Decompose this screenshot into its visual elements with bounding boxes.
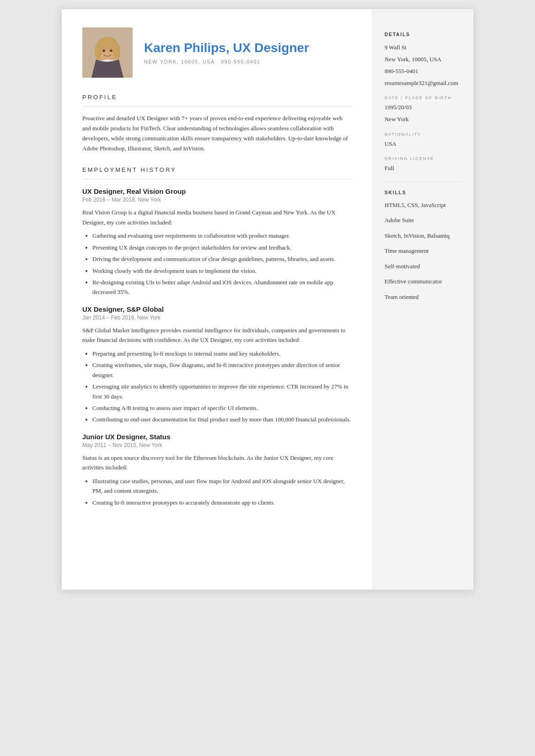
- job-3: Junior UX Designer, Status May 2011 – No…: [82, 433, 352, 507]
- skills-title: SKILLS: [385, 190, 462, 195]
- resume-page: Karen Philips, UX Designer NEW YORK, 100…: [62, 9, 473, 590]
- sidebar-dob-city: New York: [385, 114, 462, 124]
- job-2-bullet-1: Preparing and presenting lo-fi mockups t…: [92, 349, 352, 358]
- job-2-bullet-4: Conducting A/B testing to assess user im…: [92, 403, 352, 413]
- job-1-bullet-4: Working closely with the development tea…: [92, 266, 352, 276]
- details-title: DETAILS: [385, 32, 462, 37]
- job-1-bullet-3: Driving the development and communicatio…: [92, 254, 352, 264]
- sidebar-address: 9 Wall St: [385, 43, 462, 53]
- job-1-bullet-5: Re-designing existing UIs to better adap…: [92, 277, 352, 297]
- employment-section-title: EMPLOYMENT HISTORY: [82, 166, 352, 173]
- sidebar-nationality: USA: [385, 139, 462, 149]
- job-3-bullets: Illustrating case studies, personas, and…: [82, 476, 352, 507]
- sidebar-license: Full: [385, 163, 462, 173]
- skill-4: Time management: [385, 246, 462, 256]
- job-1-title: UX Designer, Real Vision Group: [82, 187, 352, 195]
- job-2-dates: Jan 2014 – Feb 2016, New York: [82, 314, 352, 321]
- sidebar-city: New York, 10005, USA: [385, 54, 462, 64]
- skill-1: HTML5, CSS, JavaScript: [385, 201, 462, 210]
- job-1-bullets: Gathering and evaluating user requiremen…: [82, 231, 352, 297]
- dob-label: DATE / PLACE OF BIRTH: [385, 96, 462, 100]
- job-2-bullet-3: Leveraging site analytics to identify op…: [92, 382, 352, 401]
- svg-point-8: [110, 50, 112, 52]
- job-1: UX Designer, Real Vision Group Feb 2016 …: [82, 187, 352, 297]
- main-content: Karen Philips, UX Designer NEW YORK, 100…: [62, 9, 373, 590]
- job-2-title: UX Designer, S&P Global: [82, 305, 352, 313]
- job-3-title: Junior UX Designer, Status: [82, 433, 352, 441]
- candidate-location-phone: NEW YORK, 10005, USA · 890-555-0401: [144, 59, 352, 64]
- job-2-bullet-2: Creating wireframes, site maps, flow dia…: [92, 360, 352, 380]
- svg-point-6: [113, 43, 120, 59]
- job-1-dates: Feb 2016 – Mar 2018, New York: [82, 197, 352, 203]
- skill-6: Effective communicator: [385, 277, 462, 286]
- skill-5: Self-motivated: [385, 262, 462, 271]
- job-2: UX Designer, S&P Global Jan 2014 – Feb 2…: [82, 305, 352, 425]
- job-2-description: S&P Global Market Intelligence provides …: [82, 325, 352, 345]
- profile-photo: [82, 27, 133, 78]
- sidebar: DETAILS 9 Wall St New York, 10005, USA 8…: [373, 9, 473, 590]
- sidebar-dob: 1995/20/03: [385, 102, 462, 112]
- skill-2: Adobe Suite: [385, 216, 462, 225]
- sidebar-email: resumesample321@gmail.com: [385, 78, 462, 88]
- profile-section-title: PROFILE: [82, 94, 352, 101]
- job-2-bullets: Preparing and presenting lo-fi mockups t…: [82, 349, 352, 425]
- job-3-bullet-1: Illustrating case studies, personas, and…: [92, 476, 352, 496]
- job-2-bullet-5: Contributing to end-user documentation f…: [92, 415, 352, 424]
- header-info: Karen Philips, UX Designer NEW YORK, 100…: [144, 41, 352, 64]
- profile-divider: [82, 106, 352, 106]
- job-3-description: Status is an open source discovery tool …: [82, 453, 352, 473]
- candidate-name: Karen Philips, UX Designer: [144, 41, 352, 55]
- employment-divider: [82, 179, 352, 179]
- svg-point-7: [102, 50, 105, 52]
- skills-divider: [385, 181, 462, 182]
- profile-text: Proactive and detailed UX Designer with …: [82, 113, 352, 154]
- skill-7: Team oriented: [385, 293, 462, 302]
- sidebar-phone: 890-555-0401: [385, 66, 462, 76]
- job-1-bullet-2: Presenting UX design concepts to the pro…: [92, 243, 352, 252]
- header: Karen Philips, UX Designer NEW YORK, 100…: [82, 27, 352, 78]
- job-1-bullet-1: Gathering and evaluating user requiremen…: [92, 231, 352, 240]
- svg-point-5: [95, 43, 102, 59]
- skill-3: Sketch, InVision, Balsamiq: [385, 231, 462, 240]
- nationality-label: NATIONALITY: [385, 132, 462, 137]
- job-1-description: Real Vision Group is a digital financial…: [82, 208, 352, 227]
- job-3-bullet-2: Creating hi-fi interactive prototypes to…: [92, 498, 352, 507]
- license-label: DRIVING LICENSE: [385, 156, 462, 161]
- job-3-dates: May 2011 – Nov 2013, New York: [82, 442, 352, 448]
